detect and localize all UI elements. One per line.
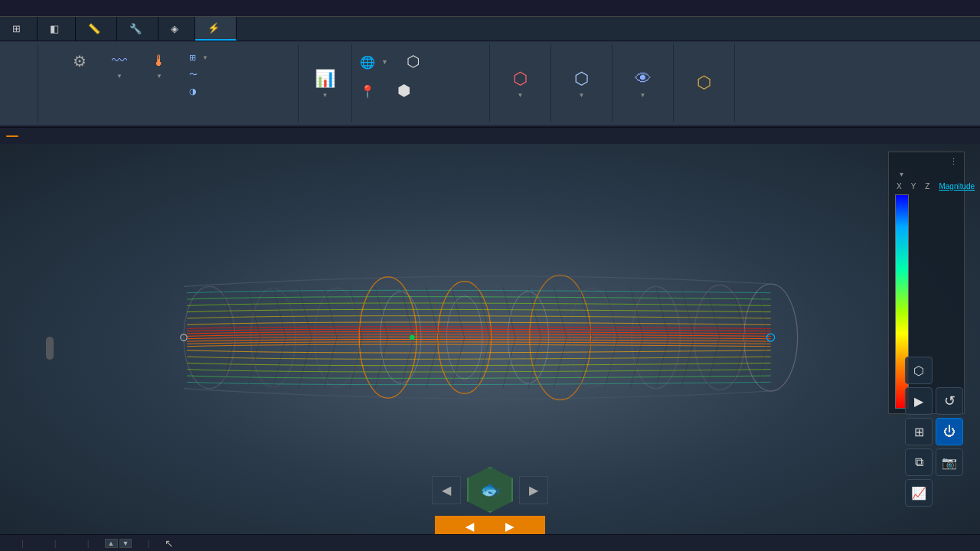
topology-opt-button[interactable]: ◑ (185, 84, 213, 99)
power-button[interactable]: ⏻ (936, 418, 963, 445)
layer-button[interactable]: ⧉ (905, 448, 933, 476)
show-arrow: ▼ (640, 92, 646, 99)
svg-point-9 (744, 284, 798, 391)
viewport[interactable]: ⋮ ▾ X Y Z Magnitude (0, 144, 980, 551)
transfer-icon: ⬡ (697, 73, 711, 93)
status-arrows: ▲ ▼ (105, 539, 132, 548)
axis-y[interactable]: Y (910, 181, 918, 191)
ribbon-group-fidelity: 🌐 ▼ ⬡ 📍 ⬢ (352, 44, 490, 122)
prepare-icon: ◈ (171, 23, 178, 34)
window-controls (916, 0, 980, 16)
repair-icon: 🔧 (129, 23, 142, 34)
ribbon-group-art (0, 44, 38, 122)
ribbon-content: ⚙ 〰 ▼ 🌡 ▼ (0, 41, 980, 126)
external-flow-button[interactable] (44, 54, 51, 57)
file-tag[interactable] (6, 135, 18, 137)
sim-options-arrow: ▼ (202, 54, 208, 61)
tab-simulation[interactable]: ⚡ (195, 17, 237, 41)
float-toolbar-row-3: ⊞ ⏻ (905, 418, 963, 445)
natural-freq-button[interactable]: 〜 (185, 67, 213, 83)
colorbar-menu-icon[interactable]: ⋮ (949, 157, 958, 167)
sim-options-container: ⊞ ▼ 〜 ◑ (183, 49, 214, 100)
facets-icon: ⊞ (12, 23, 21, 34)
ribbon-group-export: ⬡ (674, 44, 735, 122)
float-toolbar-row-4: ⧉ 📷 (905, 448, 963, 476)
status-sep-4: | (147, 539, 149, 548)
monitors-icon: 📊 (315, 69, 335, 89)
play-button[interactable]: ▶ (905, 387, 933, 415)
svg-point-0 (184, 286, 235, 388)
show-button[interactable]: 👁 ▼ (624, 66, 662, 102)
physics-top-row: ⚙ 〰 ▼ 🌡 ▼ (44, 47, 214, 102)
axis-z[interactable]: Z (923, 181, 931, 191)
size-preview-button[interactable]: ⬢ (384, 78, 423, 104)
axis-x[interactable]: X (895, 181, 903, 191)
fluid-flow-arrow: ▼ (116, 73, 122, 80)
close-button[interactable] (959, 0, 980, 16)
ribbon-tab-bar: ⊞ ◧ 📏 🔧 ◈ ⚡ (0, 17, 980, 41)
status-sep-3: | (87, 539, 90, 548)
hex-next[interactable]: ▶ (519, 476, 548, 504)
tab-measure[interactable]: 📏 (76, 17, 117, 41)
structural-button[interactable]: ⚙ (60, 49, 99, 83)
status-arrow-up[interactable]: ▲ (105, 539, 118, 548)
hex-center-button[interactable]: 🐟 (467, 467, 513, 513)
tab-repair[interactable]: 🔧 (117, 17, 158, 41)
fidelity-row-2: 📍 ⬢ (358, 77, 424, 106)
materials-arrow: ▼ (518, 92, 524, 99)
fluid-flow-button[interactable]: 〰 ▼ (100, 49, 139, 83)
tab-facets[interactable]: ⊞ (0, 17, 38, 41)
materials-button[interactable]: ⬡ ▼ (501, 66, 540, 102)
float-toolbar-row-2: ▶ ↺ (905, 387, 963, 415)
chart-button[interactable]: 📈 (905, 479, 933, 507)
measure-icon: 📏 (88, 23, 100, 34)
ribbon-group-materials: ⬡ ▼ (490, 44, 551, 122)
fidelity-row-1: 🌐 ▼ ⬡ (358, 47, 434, 77)
transfer-button[interactable]: ⬡ (685, 70, 724, 97)
sim-options-icon: ⊞ (189, 53, 196, 63)
monitors-button[interactable]: 📊 ▼ (306, 66, 345, 102)
left-handle (46, 337, 54, 360)
colorbar-axes: X Y Z Magnitude (895, 181, 958, 191)
float-toolbar-right: ⬡ ▶ ↺ ⊞ ⏻ ⧉ 📷 📈 (905, 357, 963, 507)
status-arrow-down[interactable]: ▼ (119, 539, 132, 548)
solid-thermal-button[interactable]: 🌡 ▼ (140, 49, 178, 83)
minimize-button[interactable] (916, 0, 937, 16)
solid-thermal-icon: 🌡 (152, 52, 167, 70)
hex-prev[interactable]: ◀ (432, 476, 461, 504)
status-sep-2: | (54, 539, 57, 548)
file-bar (0, 127, 980, 144)
status-sep-1: | (21, 539, 24, 548)
grid-button[interactable]: ⊞ (905, 418, 933, 445)
camera-button[interactable]: 📷 (936, 448, 963, 476)
tab-prepare[interactable]: ◈ (158, 17, 195, 41)
ribbon-group-monitors: 📊 ▼ (299, 44, 352, 122)
refresh-button[interactable]: ↺ (936, 387, 963, 415)
maximize-button[interactable] (937, 0, 959, 16)
axis-magnitude[interactable]: Magnitude (937, 181, 976, 191)
nav-cube-button[interactable]: ⬡ (905, 357, 933, 384)
global-item[interactable]: 🌐 ▼ (360, 55, 388, 70)
status-cursor-icon: ↖ (165, 537, 174, 549)
internal-flow-button[interactable] (44, 49, 51, 52)
svg-point-14 (767, 334, 775, 341)
sim-options-button[interactable]: ⊞ ▼ (185, 51, 213, 65)
fluid-flow-icon: 〰 (112, 52, 127, 70)
ribbon-group-display: 👁 ▼ (612, 44, 674, 122)
local-item[interactable]: 📍 (360, 84, 378, 99)
tab-display[interactable]: ◧ (38, 17, 76, 41)
natural-freq-icon: 〜 (189, 69, 198, 80)
structural-icon: ⚙ (73, 52, 87, 70)
resolution-icon: ⬡ (407, 52, 420, 70)
global-arrow: ▼ (381, 58, 388, 66)
display-icon: ◧ (50, 23, 59, 34)
ribbon-group-physics: ⚙ 〰 ▼ 🌡 ▼ (38, 44, 299, 122)
simulation-study-button[interactable]: ⬡ ▼ (563, 66, 601, 102)
hex-container: ◀ 🐟 ▶ (432, 467, 548, 513)
explore-next-icon: ▶ (505, 520, 514, 533)
show-icon: 👁 (635, 69, 652, 89)
solid-thermal-arrow: ▼ (156, 73, 162, 80)
status-bar: | | | ▲ ▼ | ↖ (0, 534, 980, 551)
resolution-button[interactable]: ⬡ (394, 49, 433, 75)
colorbar-dropdown-icon[interactable]: ▾ (900, 170, 903, 178)
